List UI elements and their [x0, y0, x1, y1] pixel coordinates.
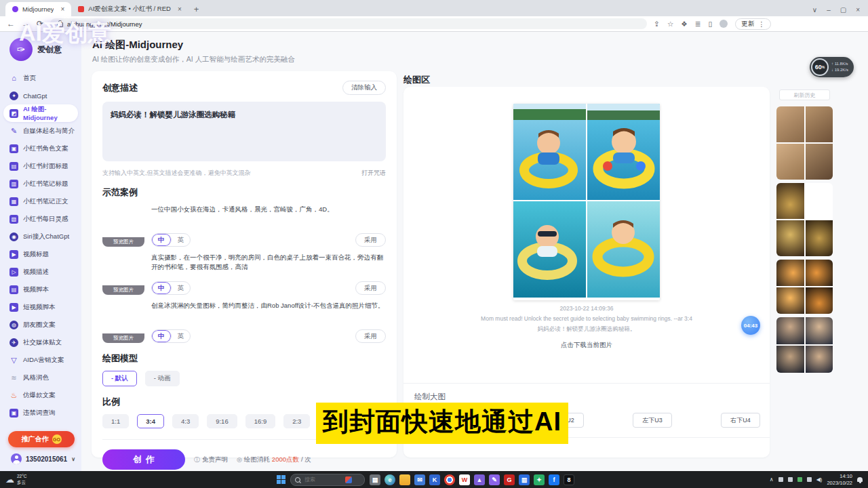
- history-thumbnail[interactable]: [776, 260, 833, 314]
- tray-antivirus-icon[interactable]: [797, 477, 802, 482]
- notification-bell-icon[interactable]: [857, 477, 863, 482]
- volume-icon[interactable]: ◀): [816, 476, 823, 483]
- bookmark-star-icon[interactable]: ☆: [667, 20, 673, 28]
- taskbar-app-icon[interactable]: ▲: [474, 474, 485, 485]
- sidebar-item[interactable]: ✦ ChatGpt: [0, 87, 81, 104]
- tab-midjourney[interactable]: Midjourney ×: [5, 2, 71, 16]
- logo[interactable]: ✑ 爱创意: [0, 31, 81, 65]
- sidebar-item[interactable]: ▦ 小红书笔记正文: [0, 192, 81, 210]
- sidebar-item[interactable]: ▤ 小红书封面标题: [0, 157, 81, 175]
- ratio-chip[interactable]: 4:3: [172, 414, 199, 428]
- refresh-history-button[interactable]: 刷新历史: [779, 89, 830, 100]
- taskbar-app-icon[interactable]: W: [459, 474, 470, 485]
- generated-image[interactable]: [513, 104, 660, 300]
- lang-zh-option[interactable]: 中: [152, 282, 172, 294]
- download-image-link[interactable]: 点击下载当前图片: [561, 341, 612, 350]
- sidebar-item[interactable]: ▶ 视频标题: [0, 245, 81, 263]
- taskbar-app-icon[interactable]: K: [429, 474, 440, 485]
- example-thumbnail[interactable]: 预览图片: [102, 205, 144, 247]
- lang-en-option[interactable]: 英: [172, 330, 191, 342]
- menu-dots-icon[interactable]: ⋮: [758, 20, 765, 28]
- sidebar-item[interactable]: ◉ Siri接入ChatGpt: [0, 228, 81, 245]
- countdown-timer-badge[interactable]: 04:43: [741, 316, 760, 335]
- example-thumbnail[interactable]: 预览图片: [102, 253, 144, 295]
- lang-zh-option[interactable]: 中: [152, 330, 172, 342]
- weather-widget[interactable]: ☁ 22°C 多云: [5, 474, 27, 485]
- sidebar-item[interactable]: ✈ 社交媒体贴文: [0, 333, 81, 351]
- history-thumbnail[interactable]: [776, 317, 833, 373]
- back-icon[interactable]: ←: [7, 19, 15, 28]
- side-panel-icon[interactable]: ▯: [709, 20, 713, 28]
- taskbar-app-icon[interactable]: f: [549, 474, 559, 485]
- taskbar-app-icon[interactable]: [399, 474, 410, 485]
- taskbar-app-icon[interactable]: ✎: [489, 474, 500, 485]
- ratio-chip[interactable]: 16:9: [245, 414, 276, 428]
- tray-display-icon[interactable]: [788, 477, 793, 482]
- taskbar-app-icon[interactable]: [444, 474, 455, 485]
- disclaimer-link[interactable]: ⓘ 免责声明: [194, 455, 228, 464]
- taskbar-search[interactable]: [290, 474, 365, 486]
- sidebar-item[interactable]: ♨ 仿爆款文案: [0, 386, 81, 404]
- example-thumbnail[interactable]: 预览图片: [102, 301, 144, 343]
- sidebar-item[interactable]: ▶ 短视频脚本: [0, 298, 81, 316]
- upscale-button[interactable]: 左下U3: [633, 413, 672, 428]
- maximize-button[interactable]: ▢: [840, 6, 846, 14]
- speed-monitor-widget[interactable]: 60% ↑ 11.8K/s ↓ 19.2K/s: [810, 57, 854, 77]
- sidebar-item[interactable]: ▷ 视频描述: [0, 263, 81, 281]
- sidebar-item[interactable]: ▧ 小红书每日灵感: [0, 210, 81, 228]
- use-example-button[interactable]: 采用: [355, 329, 386, 343]
- model-chip[interactable]: - 默认: [102, 371, 137, 386]
- history-thumbnail[interactable]: [776, 183, 833, 256]
- taskbar-app-icon[interactable]: e: [384, 474, 395, 485]
- chrome-profile-chevron-icon[interactable]: ∨: [812, 6, 817, 14]
- sidebar-item[interactable]: ▣ 违禁词查询: [0, 404, 81, 422]
- url-box[interactable]: aichuangyi.net/Midjourney: [50, 18, 647, 29]
- model-chip[interactable]: - 动画: [145, 371, 180, 386]
- create-button[interactable]: 创作: [102, 449, 185, 470]
- lang-en-option[interactable]: 英: [172, 282, 191, 294]
- minimize-button[interactable]: –: [827, 6, 831, 14]
- taskbar-app-icon[interactable]: ▤: [370, 474, 380, 485]
- share-icon[interactable]: ⇪: [654, 20, 660, 28]
- tray-expand-icon[interactable]: ∧: [770, 476, 774, 483]
- sidebar-item[interactable]: ▣ 小红书角色文案: [0, 140, 81, 157]
- ratio-chip[interactable]: 1:1: [102, 414, 129, 428]
- ratio-chip[interactable]: 2:3: [283, 414, 310, 428]
- open-spell-link[interactable]: 打开咒语: [361, 169, 386, 178]
- extensions-icon[interactable]: ❖: [681, 20, 687, 28]
- history-thumbnail[interactable]: [776, 106, 833, 180]
- tray-mic-icon[interactable]: [778, 477, 783, 482]
- sidebar-item[interactable]: ▥ 小红书笔记标题: [0, 175, 81, 192]
- tab-close-icon[interactable]: ×: [178, 5, 182, 13]
- reload-icon[interactable]: ⟳: [37, 19, 43, 28]
- ratio-chip[interactable]: 3:4: [137, 414, 164, 428]
- creative-input[interactable]: 妈妈必读！解锁婴儿游泳圈选购秘籍: [102, 102, 386, 161]
- use-example-button[interactable]: 采用: [355, 233, 386, 247]
- sidebar-item[interactable]: ✎ 自媒体起名与简介: [0, 122, 81, 140]
- close-button[interactable]: ×: [856, 6, 860, 14]
- forward-icon[interactable]: →: [22, 19, 30, 28]
- upscale-button[interactable]: 右下U4: [721, 413, 760, 428]
- taskbar-app-icon[interactable]: 8: [564, 474, 574, 485]
- sidebar-item[interactable]: ▤ 视频脚本: [0, 281, 81, 298]
- use-example-button[interactable]: 采用: [355, 281, 386, 295]
- sidebar-item[interactable]: ▽ AIDA营销文案: [0, 351, 81, 369]
- sidebar-item[interactable]: ◍ 朋友圈文案: [0, 316, 81, 333]
- user-account[interactable]: 13502015061 ∨: [0, 447, 81, 471]
- sidebar-item[interactable]: ◩ AI 绘图-Midjourney: [3, 104, 78, 122]
- taskbar-app-icon[interactable]: ▥: [519, 474, 530, 485]
- taskbar-app-icon[interactable]: G: [504, 474, 515, 485]
- promo-button[interactable]: 推广合作 GO: [8, 431, 75, 447]
- search-input[interactable]: [303, 476, 342, 483]
- update-button[interactable]: 更新 ⋮: [735, 18, 771, 30]
- reading-list-icon[interactable]: ≣: [695, 20, 701, 28]
- sidebar-item[interactable]: ≋ 风格润色: [0, 369, 81, 386]
- start-button[interactable]: [277, 475, 285, 484]
- tab-close-icon[interactable]: ×: [60, 5, 64, 13]
- clear-input-button[interactable]: 清除输入: [342, 81, 386, 95]
- tab-red-doc[interactable]: AI爱创意文案 • 小红书 / RED ×: [71, 2, 188, 16]
- ratio-chip[interactable]: 9:16: [207, 414, 237, 428]
- taskbar-app-icon[interactable]: ✉: [414, 474, 425, 485]
- lang-en-option[interactable]: 英: [172, 234, 191, 246]
- profile-avatar[interactable]: [719, 20, 728, 28]
